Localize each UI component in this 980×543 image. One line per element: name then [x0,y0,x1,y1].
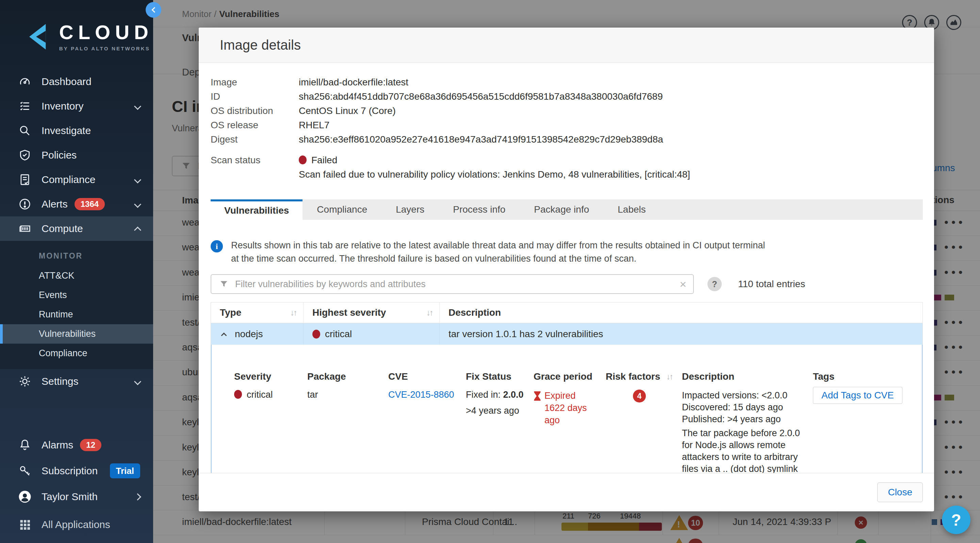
app-screen: Monitor /Vulnerabilities ? Vuln Depl CI … [0,0,980,543]
expanded-cve-panel: Severity Package CVE Fix Status Grace pe… [211,345,923,473]
field-label-os-distribution: OS distribution [211,104,299,118]
field-label-image: Image [211,75,299,89]
col-tags: Tags [813,371,922,382]
chevron-left-icon [152,7,158,13]
chevron-down-icon [134,176,141,183]
inventory-list-icon [17,100,33,113]
sort-icon[interactable]: ↓↑ [666,372,672,381]
field-value-id: sha256:abd4f451ddb707c8e68a36d695456a515… [299,89,663,104]
grid-apps-icon [17,519,33,531]
table-header-row: Type↓↑ Highest severity↓↑ Description [211,302,923,323]
sidebar-item-attck[interactable]: ATT&CK [0,266,153,286]
critical-dot-icon [234,390,242,399]
info-banner: i Results shown in this tab are relative… [211,239,923,265]
field-label-os-release: OS release [211,118,299,132]
row-severity: critical [325,329,352,340]
sidebar-item-vulnerabilities[interactable]: Vulnerabilities [0,324,153,344]
add-tags-to-cve-button[interactable]: Add Tags to CVE [813,387,902,404]
sidebar-item-alarms[interactable]: Alarms 12 [0,432,153,458]
sidebar-item-compute[interactable]: Compute [0,216,153,241]
sidebar-item-all-applications[interactable]: All Applications [0,510,153,540]
sidebar-item-label: Policies [41,149,76,161]
col-type: Type [220,307,241,318]
sidebar-collapse-button[interactable] [146,2,161,18]
tab-package-info[interactable]: Package info [520,199,603,220]
sidebar-item-investigate[interactable]: Investigate [0,118,153,143]
field-label-digest: Digest [211,132,299,147]
compute-submenu: MONITOR ATT&CK Events Runtime Vulnerabil… [0,241,153,369]
sidebar-item-policies[interactable]: Policies [0,143,153,167]
image-details-modal: Image details Imageimiell/bad-dockerfile… [199,27,934,511]
container-icon [17,222,33,235]
sidebar-item-label: Compliance [41,174,95,186]
sort-icon[interactable]: ↓↑ [290,308,296,318]
modal-header: Image details [199,27,934,63]
scan-status-label: Scan status [211,153,299,167]
user-name: Taylor Smith [41,491,98,503]
cve-description-cell: Impacted versions: <2.0.0 Discovered: 15… [682,389,813,473]
sidebar: CLOUD BY PALO ALTO NETWORKS Dashboard In… [0,0,153,543]
col-severity: Severity [234,371,307,382]
col-grace-period: Grace period [533,371,606,382]
sidebar-item-label: Inventory [41,100,83,112]
impacted-versions: Impacted versions: <2.0.0 [682,389,807,402]
clear-filter-icon[interactable]: × [679,278,686,290]
info-line-2: at the time scan occurred. The threshold… [231,252,765,265]
sidebar-item-runtime[interactable]: Runtime [0,305,153,324]
fix-age: >4 years ago [466,406,527,416]
tab-layers[interactable]: Layers [382,199,439,220]
sidebar-item-compliance-sub[interactable]: Compliance [0,344,153,363]
failed-status-dot-icon [299,156,307,164]
gear-icon [17,375,33,388]
bell-icon [17,438,33,451]
trial-badge: Trial [110,464,140,478]
cve-description-text: The tar package before 2.0.0 for Node.js… [682,427,807,473]
sidebar-item-inventory[interactable]: Inventory [0,94,153,118]
chevron-down-icon [134,378,141,385]
sidebar-item-user[interactable]: Taylor Smith [0,484,153,510]
col-risk-factors: Risk factors↓↑ [606,371,682,382]
vulnerability-row-nodejs[interactable]: nodejs critical tar version 1.0.1 has 2 … [211,323,923,345]
tab-vulnerabilities[interactable]: Vulnerabilities [211,199,302,220]
sidebar-item-dashboard[interactable]: Dashboard [0,70,153,94]
tab-compliance[interactable]: Compliance [302,199,382,220]
field-value-digest: sha256:e3eff861020a952e27e41618e947a3ad7… [299,132,663,147]
avatar [17,490,33,504]
sidebar-bottom-group: Alarms 12 Subscription Trial Taylor Smit… [0,432,153,543]
risk-factors-badge[interactable]: 4 [633,389,646,402]
cve-link[interactable]: CVE-2015-8860 [388,389,454,400]
row-type: nodejs [235,329,263,340]
sidebar-item-label: Settings [41,376,78,387]
sidebar-item-events[interactable]: Events [0,286,153,305]
tab-process-info[interactable]: Process info [439,199,520,220]
sidebar-item-compliance[interactable]: Compliance [0,167,153,192]
vulnerabilities-table: Type↓↑ Highest severity↓↑ Description no… [211,302,923,473]
tab-labels[interactable]: Labels [603,199,660,220]
field-label-id: ID [211,89,299,104]
filter-help-icon[interactable]: ? [708,277,722,291]
scan-status-value: Failed [299,153,337,167]
modal-title: Image details [220,37,301,53]
scan-status-detail: Scan failed due to vulnerability policy … [299,167,690,182]
chevron-down-icon [134,102,141,110]
sidebar-item-label: Compute [41,223,83,234]
field-value-image: imiell/bad-dockerfile:latest [299,75,408,89]
help-bubble-button[interactable]: ? [942,506,970,534]
document-check-icon [17,173,33,186]
total-entries: 110 total entries [738,279,805,289]
collapse-row-icon[interactable] [221,332,227,338]
col-description: Description [449,307,501,318]
sort-icon[interactable]: ↓↑ [426,308,433,318]
filter-input[interactable] [235,279,673,289]
close-button[interactable]: Close [877,483,923,502]
sidebar-item-alerts[interactable]: Alerts 1364 [0,192,153,216]
key-icon [17,464,33,477]
hourglass-icon [533,391,541,401]
info-line-1: Results shown in this tab are relative t… [231,239,765,252]
prisma-logo-icon [29,18,50,56]
sidebar-item-settings[interactable]: Settings [0,369,153,394]
sidebar-item-subscription[interactable]: Subscription Trial [0,458,153,484]
brand-logo[interactable]: CLOUD BY PALO ALTO NETWORKS [0,0,153,70]
chevron-down-icon [134,200,141,208]
submenu-section-label: MONITOR [0,246,153,266]
